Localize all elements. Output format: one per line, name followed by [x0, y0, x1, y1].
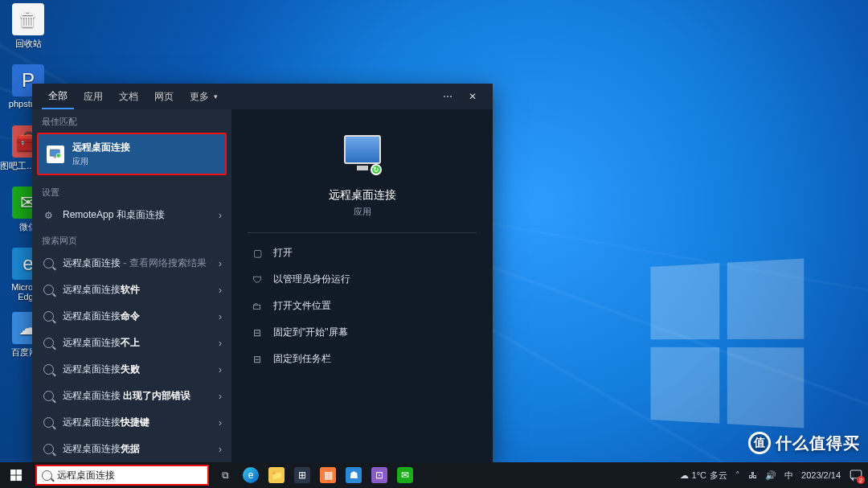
search-icon	[42, 416, 55, 429]
desktop-icon-0[interactable]: 🗑回收站	[0, 3, 56, 50]
app-icon: 🗑	[12, 3, 44, 35]
detail-action-admin[interactable]: 🛡以管理员身份运行	[248, 266, 477, 293]
web-result-7[interactable]: 远程桌面连接凭据›	[32, 436, 231, 462]
search-icon	[42, 363, 55, 376]
app2-taskbar-icon[interactable]: ☗	[341, 462, 366, 488]
edge-taskbar-icon[interactable]: e	[238, 462, 264, 488]
close-button[interactable]: ✕	[462, 86, 483, 107]
search-icon	[42, 390, 55, 403]
folder-icon: 🗀	[251, 301, 264, 312]
web-result-4[interactable]: 远程桌面连接失败›	[32, 356, 231, 383]
pin-task-icon: ⊟	[251, 354, 264, 365]
task-view-button[interactable]: ⧉	[212, 462, 238, 488]
search-tab-更多[interactable]: 更多	[183, 84, 224, 109]
ime-indicator[interactable]: 中	[784, 470, 793, 482]
chevron-right-icon: ›	[219, 417, 222, 429]
taskbar-search-box[interactable]	[35, 465, 209, 486]
web-result-6[interactable]: 远程桌面连接快捷键›	[32, 409, 231, 436]
network-icon[interactable]: 🖧	[748, 470, 757, 480]
chevron-right-icon: ›	[219, 311, 222, 322]
action-center-button[interactable]: 2	[849, 468, 863, 482]
chevron-right-icon: ›	[219, 364, 222, 375]
section-settings: 设置	[32, 180, 231, 202]
search-icon	[42, 443, 55, 456]
chevron-right-icon: ›	[219, 210, 222, 221]
store-taskbar-icon[interactable]: ⊞	[289, 462, 315, 488]
best-match-title: 远程桌面连接	[72, 141, 130, 154]
icon-label: 回收站	[0, 38, 56, 50]
web-result-1[interactable]: 远程桌面连接软件›	[32, 277, 231, 303]
web-result-0[interactable]: 远程桌面连接 - 查看网络搜索结果›	[32, 250, 231, 277]
detail-subtitle: 应用	[248, 206, 477, 218]
svg-point-2	[56, 153, 60, 157]
chevron-right-icon: ›	[219, 258, 222, 269]
chevron-right-icon: ›	[219, 444, 222, 455]
web-result-3[interactable]: 远程桌面连接不上›	[32, 330, 231, 356]
search-tab-应用[interactable]: 应用	[77, 84, 109, 109]
taskbar: ⧉ e 📁 ⊞ ▦ ☗ ⊡ ✉ ☁ 1°C 多云 ˄ 🖧 🔊 中 2023/2/…	[0, 462, 868, 488]
taskbar-pinned-apps: ⧉ e 📁 ⊞ ▦ ☗ ⊡ ✉	[212, 462, 418, 488]
svg-rect-1	[54, 157, 56, 158]
remote-desktop-icon	[47, 146, 64, 163]
admin-icon: 🛡	[251, 274, 264, 285]
svg-rect-4	[16, 470, 22, 475]
search-icon	[42, 337, 55, 350]
windows-logo	[651, 259, 805, 429]
web-result-2[interactable]: 远程桌面连接命令›	[32, 303, 231, 330]
tray-chevron-up-icon[interactable]: ˄	[735, 470, 740, 481]
search-results-list: 最佳匹配 远程桌面连接 应用 设置 ⚙ RemoteApp 和桌面连接 › 搜索…	[32, 109, 231, 462]
wechat-taskbar-icon[interactable]: ✉	[392, 462, 418, 488]
web-result-5[interactable]: 远程桌面连接 出现了内部错误›	[32, 383, 231, 409]
search-tab-文档[interactable]: 文档	[113, 84, 145, 109]
svg-rect-6	[16, 475, 22, 481]
clock[interactable]: 2023/2/14	[801, 470, 841, 480]
svg-rect-5	[10, 475, 16, 481]
section-best-match: 最佳匹配	[32, 109, 231, 131]
weather-widget[interactable]: ☁ 1°C 多云	[680, 470, 727, 482]
search-icon	[42, 470, 52, 481]
detail-action-pin-start[interactable]: ⊟固定到"开始"屏幕	[248, 319, 477, 346]
chevron-right-icon: ›	[219, 285, 222, 296]
app1-taskbar-icon[interactable]: ▦	[315, 462, 341, 488]
more-options-button[interactable]: ⋯	[436, 86, 459, 107]
open-icon: ▢	[251, 248, 264, 259]
search-icon	[42, 284, 55, 297]
system-tray: ☁ 1°C 多云 ˄ 🖧 🔊 中 2023/2/14 2	[675, 468, 868, 482]
watermark-logo-icon: 值	[748, 432, 771, 454]
section-web: 搜索网页	[32, 228, 231, 250]
best-match-subtitle: 应用	[72, 156, 130, 167]
detail-app-icon: ↻	[340, 135, 385, 180]
chevron-right-icon: ›	[219, 338, 222, 349]
watermark: 值 什么值得买	[748, 432, 860, 454]
weather-icon: ☁	[680, 470, 689, 481]
search-tab-全部[interactable]: 全部	[42, 84, 74, 109]
taskbar-search-input[interactable]	[57, 470, 203, 481]
settings-item-remoteapp[interactable]: ⚙ RemoteApp 和桌面连接 ›	[32, 202, 231, 228]
explorer-taskbar-icon[interactable]: 📁	[264, 462, 289, 488]
search-icon	[42, 257, 55, 270]
app3-taskbar-icon[interactable]: ⊡	[366, 462, 392, 488]
start-search-panel: 全部应用文档网页更多 ⋯ ✕ 最佳匹配 远程桌面连接 应用 设置 ⚙ Remot…	[32, 84, 493, 462]
start-button[interactable]	[0, 462, 32, 488]
detail-action-open[interactable]: ▢打开	[248, 240, 477, 266]
search-detail-pane: ↻ 远程桌面连接 应用 ▢打开🛡以管理员身份运行🗀打开文件位置⊟固定到"开始"屏…	[231, 109, 493, 462]
search-icon	[42, 310, 55, 323]
search-tabs: 全部应用文档网页更多 ⋯ ✕	[32, 84, 493, 109]
volume-icon[interactable]: 🔊	[765, 470, 776, 481]
detail-action-folder[interactable]: 🗀打开文件位置	[248, 293, 477, 319]
chevron-right-icon: ›	[219, 391, 222, 402]
detail-title: 远程桌面连接	[248, 188, 477, 203]
pin-start-icon: ⊟	[251, 327, 264, 338]
search-tab-网页[interactable]: 网页	[148, 84, 180, 109]
detail-action-pin-task[interactable]: ⊟固定到任务栏	[248, 346, 477, 372]
best-match-item[interactable]: 远程桌面连接 应用	[37, 133, 227, 175]
svg-rect-3	[10, 470, 16, 475]
gear-icon: ⚙	[42, 209, 55, 222]
